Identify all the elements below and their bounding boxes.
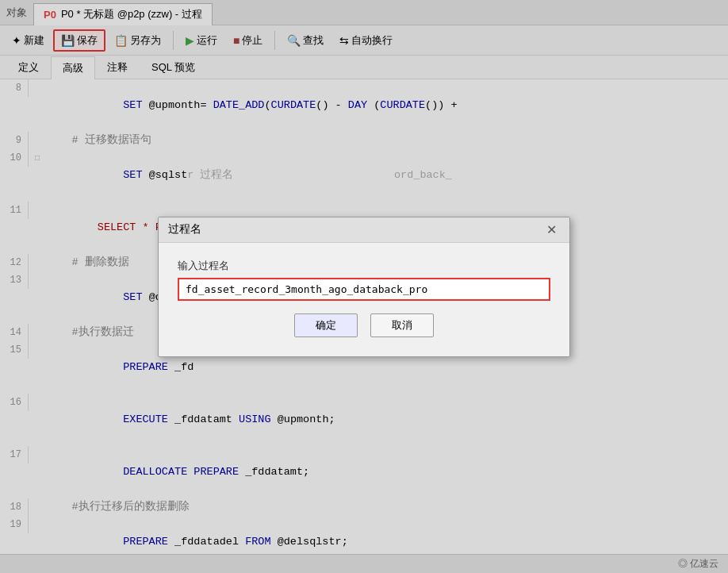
modal-titlebar: 过程名 ✕: [159, 217, 569, 243]
modal-dialog: 过程名 ✕ 输入过程名 确定 取消: [158, 217, 570, 357]
modal-input-label: 输入过程名: [178, 259, 550, 273]
modal-title: 过程名: [168, 222, 201, 237]
confirm-button[interactable]: 确定: [294, 313, 358, 337]
modal-body: 输入过程名 确定 取消: [159, 243, 569, 356]
modal-overlay: 过程名 ✕ 输入过程名 确定 取消: [0, 0, 728, 573]
cancel-button[interactable]: 取消: [370, 313, 434, 337]
modal-buttons: 确定 取消: [178, 313, 550, 344]
modal-close-button[interactable]: ✕: [543, 222, 560, 237]
procedure-name-input[interactable]: [178, 278, 550, 301]
